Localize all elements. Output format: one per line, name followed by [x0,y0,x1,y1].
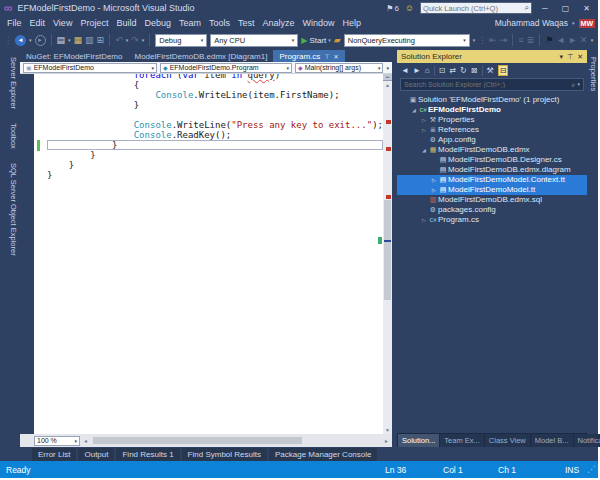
back-button[interactable]: ◄ [401,66,409,75]
comment-button[interactable]: ≡ [518,35,523,45]
save-button[interactable]: ▥ [85,35,94,45]
decrease-indent-button[interactable]: ⇤ [489,35,497,45]
start-debug-button[interactable]: ▶ Start ▾ [301,36,331,45]
tree-item[interactable]: ▷▤ModelFirstDemoModel.Context.tt [397,175,587,185]
toolbar-grip[interactable]: ⋮ [478,36,486,45]
new-project-button[interactable]: ▤ [57,35,66,45]
tool-panel-tab[interactable]: Team Ex... [440,434,483,447]
menu-item[interactable]: Project [76,18,112,28]
scrollbar-thumb[interactable] [384,200,391,300]
panel-tab[interactable]: Find Symbol Results [182,448,267,461]
error-marker[interactable] [386,195,391,199]
forward-button[interactable]: ► [413,66,421,75]
maximize-button[interactable]: ▢ [558,4,574,13]
user-avatar[interactable]: MW [579,19,595,28]
panel-tab[interactable]: Error List [32,448,76,461]
clear-bookmarks-button[interactable]: ✕ [580,35,588,45]
save-all-button[interactable]: ⊞ [97,35,105,45]
member-dropdown[interactable]: ◆ Main(string[] args) ▾ [295,63,383,73]
scroll-up-icon[interactable]: ▲ [383,82,392,88]
solution-configuration-combo[interactable]: Debug ▾ [155,34,207,47]
tree-item[interactable]: ▷⚒Properties [397,115,587,125]
menu-item[interactable]: File [3,18,26,28]
open-file-button[interactable]: ▦ [74,35,83,45]
type-dropdown[interactable]: ◆ EFModelFirstDemo.Program ▾ [160,63,292,73]
tree-item[interactable]: ▷C#Program.cs [397,215,587,225]
expander-icon[interactable]: ▷ [420,125,428,135]
expander-icon[interactable]: ▷ [420,215,428,225]
navigate-forward-button[interactable]: ► [35,35,46,46]
undo-dropdown-icon[interactable]: ▾ [126,37,129,43]
expander-icon[interactable]: ▷ [430,185,438,195]
minimize-button[interactable]: ─ [538,4,552,13]
solution-explorer-title-bar[interactable]: Solution Explorer ▾ ⊤ ✕ [397,50,587,63]
menu-item[interactable]: Team [175,18,205,28]
menu-item[interactable]: Help [339,18,366,28]
search-icon[interactable]: ⌕ [572,81,576,89]
scroll-down-icon[interactable]: ▼ [383,427,392,433]
toggle-bookmark-button[interactable]: ⚑ [545,35,553,45]
toolbar-overflow-icon[interactable]: ▾ [591,37,594,43]
signed-in-user[interactable]: Muhammad Waqas [495,18,568,28]
scroll-right-icon[interactable]: ► [384,438,389,444]
scope-button[interactable]: ⊡ [439,66,446,75]
tool-panel-tab[interactable]: Solution... [398,434,439,447]
panel-tab[interactable]: Package Manager Console [269,448,378,461]
redo-dropdown-icon[interactable]: ▾ [142,37,145,43]
home-button[interactable]: ⌂ [425,66,430,75]
undo-button[interactable]: ↶ [115,35,123,45]
new-dropdown-icon[interactable]: ▾ [68,37,71,43]
menu-item[interactable]: Tools [205,18,234,28]
pin-icon[interactable]: ⊤ [324,53,329,60]
feedback-smiley-icon[interactable]: ☺ [405,3,414,13]
tree-item[interactable]: ▥ModelFirstDemoDB.edmx.sql [397,195,587,205]
tree-item[interactable]: ▤ModelFirstDemoDB.edmx.diagram [397,165,587,175]
splitter-handle[interactable]: ═ [383,74,392,81]
sql-status-combo[interactable]: NonQueryExecuting ▾ [344,34,470,47]
scroll-left-icon[interactable]: ◄ [83,438,88,444]
search-input[interactable] [404,81,572,88]
navigate-back-button[interactable]: ◄ [15,35,26,46]
tool-window-tab[interactable]: Server Explorer [0,53,20,113]
error-marker[interactable] [386,120,391,124]
close-button[interactable]: ✕ [579,4,594,13]
editor-vertical-scrollbar[interactable]: ═ ▲ ▼ [383,74,392,434]
close-icon[interactable]: ✕ [577,53,583,61]
tree-item[interactable]: ▤ModelFirstDemoDB.Designer.cs [397,155,587,165]
tool-panel-tab[interactable]: Class View [485,434,530,447]
tool-panel-tab[interactable]: Model B... [531,434,573,447]
collapse-all-button[interactable]: ⊟ [498,65,509,76]
zoom-level-combo[interactable]: 100 % ▾ [34,436,80,446]
scrollbar-thumb[interactable] [93,437,302,444]
tree-item[interactable]: ⚙packages.config [397,205,587,215]
tree-item[interactable]: ◢C#EFModelFirstDemo [397,105,587,115]
uncomment-button[interactable]: ≣ [527,35,535,45]
tree-item[interactable]: ▷▤ModelFirstDemoModel.tt [397,185,587,195]
code-area[interactable]: foreach (var item in query) { Console.Wr… [45,74,383,434]
tool-window-tab[interactable]: Properties [587,53,600,95]
notifications-button[interactable]: ⚑ 6 [386,4,399,13]
menu-item[interactable]: Build [112,18,140,28]
document-tab[interactable]: Program.cs⊤✕ [273,50,344,62]
menu-item[interactable]: Edit [26,18,50,28]
expander-icon[interactable]: ◢ [420,145,428,155]
chevron-down-icon[interactable]: ▾ [560,53,564,61]
expander-icon[interactable]: ▷ [420,115,428,125]
properties-button[interactable]: ⚒ [487,66,494,75]
increase-indent-button[interactable]: ⇥ [500,35,508,45]
tree-item[interactable]: ⚙App.config [397,135,587,145]
editor-horizontal-scrollbar[interactable] [91,436,381,445]
back-dropdown-icon[interactable]: ▾ [29,37,32,43]
tree-item[interactable]: ▷≣References [397,125,587,135]
tree-item[interactable]: ◢▦ModelFirstDemoDB.edmx [397,145,587,155]
document-tab[interactable]: ModelFirstDemoDB.edmx [Diagram1] [128,50,273,62]
expander-icon[interactable]: ◢ [410,105,418,115]
chevron-down-icon[interactable]: ▾ [577,81,580,89]
panel-tab[interactable]: Find Results 1 [116,448,179,461]
document-tab[interactable]: NuGet: EFModelFirstDemo [20,50,128,62]
toolbar-overflow-icon[interactable]: ▾ [473,37,476,43]
menu-item[interactable]: Debug [140,18,175,28]
menu-item[interactable]: View [49,18,76,28]
tool-window-tab[interactable]: Toolbox [0,119,20,153]
menu-item[interactable]: Analyze [259,18,299,28]
